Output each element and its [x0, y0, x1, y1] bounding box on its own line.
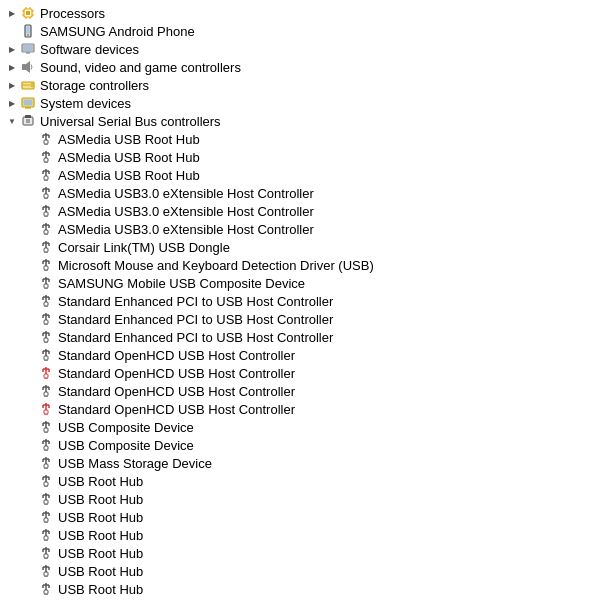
svg-rect-147: [44, 428, 48, 432]
svg-rect-17: [22, 64, 26, 70]
tree-item-usb-7[interactable]: Corsair Link(TM) USB Dongle: [0, 238, 604, 256]
usb-plug-icon: [38, 311, 54, 327]
tree-item-label: Standard OpenHCD USB Host Controller: [58, 348, 604, 363]
tree-item-usb-2[interactable]: ASMedia USB Root Hub: [0, 148, 604, 166]
tree-item-usb-1[interactable]: ASMedia USB Root Hub: [0, 130, 604, 148]
tree-item-samsung-phone[interactable]: SAMSUNG Android Phone: [0, 22, 604, 40]
tree-item-usb-controllers[interactable]: Universal Serial Bus controllers: [0, 112, 604, 130]
tree-item-label: Sound, video and game controllers: [40, 60, 604, 75]
svg-rect-56: [44, 194, 48, 198]
tree-item-usb-19[interactable]: USB Mass Storage Device: [0, 454, 604, 472]
tree-item-usb-26[interactable]: USB Root Hub: [0, 580, 604, 598]
svg-point-21: [31, 83, 33, 85]
usb-plug-icon: [38, 563, 54, 579]
svg-rect-70: [44, 230, 48, 234]
usb-plug-icon: [38, 401, 54, 417]
usb-plug-icon: [38, 437, 54, 453]
svg-rect-63: [44, 212, 48, 216]
expand-arrow[interactable]: [4, 41, 20, 57]
tree-item-software-devices[interactable]: Software devices: [0, 40, 604, 58]
usb-plug-icon: [38, 257, 54, 273]
usb-plug-icon: [38, 239, 54, 255]
tree-item-usb-18[interactable]: USB Composite Device: [0, 436, 604, 454]
svg-rect-24: [24, 100, 33, 106]
tree-item-sound[interactable]: Sound, video and game controllers: [0, 58, 604, 76]
tree-item-usb-21[interactable]: USB Root Hub: [0, 490, 604, 508]
tree-item-label: Software devices: [40, 42, 604, 57]
tree-item-label: USB Root Hub: [58, 528, 604, 543]
usb-plug-icon: [38, 473, 54, 489]
phone-icon: [20, 23, 36, 39]
tree-item-usb-22[interactable]: USB Root Hub: [0, 508, 604, 526]
tree-item-label: ASMedia USB Root Hub: [58, 168, 604, 183]
tree-item-usb-11[interactable]: Standard Enhanced PCI to USB Host Contro…: [0, 310, 604, 328]
usb-plug-icon: [38, 509, 54, 525]
tree-item-usb-17[interactable]: USB Composite Device: [0, 418, 604, 436]
tree-item-usb-14[interactable]: Standard OpenHCD USB Host Controller: [0, 364, 604, 382]
tree-item-usb-9[interactable]: SAMSUNG Mobile USB Composite Device: [0, 274, 604, 292]
expand-arrow[interactable]: [4, 95, 20, 111]
svg-rect-203: [44, 572, 48, 576]
tree-item-label: ASMedia USB Root Hub: [58, 150, 604, 165]
monitor-icon: [20, 41, 36, 57]
tree-item-label: Standard OpenHCD USB Host Controller: [58, 366, 604, 381]
usb-plug-icon: [38, 491, 54, 507]
usb-plug-icon: [38, 581, 54, 597]
tree-item-usb-23[interactable]: USB Root Hub: [0, 526, 604, 544]
tree-item-system[interactable]: System devices: [0, 94, 604, 112]
tree-item-label: ASMedia USB3.0 eXtensible Host Controlle…: [58, 186, 604, 201]
device-manager-tree[interactable]: Processors SAMSUNG Android Phone Softwar…: [0, 0, 604, 611]
tree-item-label: Standard OpenHCD USB Host Controller: [58, 384, 604, 399]
tree-item-usb-24[interactable]: USB Root Hub: [0, 544, 604, 562]
svg-rect-35: [44, 140, 48, 144]
usb-plug-icon: [38, 221, 54, 237]
svg-rect-133: [44, 392, 48, 396]
tree-item-label: Universal Serial Bus controllers: [40, 114, 604, 129]
usb-plug-icon: [38, 203, 54, 219]
storage-icon: [20, 77, 36, 93]
tree-item-usb-13[interactable]: Standard OpenHCD USB Host Controller: [0, 346, 604, 364]
tree-item-usb-6[interactable]: ASMedia USB3.0 eXtensible Host Controlle…: [0, 220, 604, 238]
usb-plug-icon: [38, 329, 54, 345]
tree-item-label: USB Root Hub: [58, 582, 604, 597]
tree-item-label: USB Root Hub: [58, 564, 604, 579]
tree-item-storage[interactable]: Storage controllers: [0, 76, 604, 94]
expand-arrow[interactable]: [4, 5, 20, 21]
tree-item-label: SAMSUNG Android Phone: [40, 24, 604, 39]
usb-plug-icon: [38, 527, 54, 543]
tree-item-usb-5[interactable]: ASMedia USB3.0 eXtensible Host Controlle…: [0, 202, 604, 220]
expand-arrow[interactable]: [4, 77, 20, 93]
tree-item-usb-10[interactable]: Standard Enhanced PCI to USB Host Contro…: [0, 292, 604, 310]
svg-rect-14: [23, 45, 33, 51]
svg-rect-27: [23, 117, 33, 125]
usb-plug-icon: [38, 545, 54, 561]
tree-item-usb-15[interactable]: Standard OpenHCD USB Host Controller: [0, 382, 604, 400]
svg-rect-84: [44, 266, 48, 270]
svg-rect-11: [27, 27, 30, 34]
tree-item-processors[interactable]: Processors: [0, 4, 604, 22]
svg-rect-49: [44, 176, 48, 180]
tree-item-label: Standard OpenHCD USB Host Controller: [58, 402, 604, 417]
usb-plug-icon: [38, 149, 54, 165]
tree-item-usb-4[interactable]: ASMedia USB3.0 eXtensible Host Controlle…: [0, 184, 604, 202]
tree-item-label: Storage controllers: [40, 78, 604, 93]
tree-item-usb-3[interactable]: ASMedia USB Root Hub: [0, 166, 604, 184]
tree-item-usb-12[interactable]: Standard Enhanced PCI to USB Host Contro…: [0, 328, 604, 346]
svg-rect-1: [26, 11, 30, 15]
svg-rect-105: [44, 320, 48, 324]
expand-arrow[interactable]: [4, 113, 20, 129]
tree-item-label: Standard Enhanced PCI to USB Host Contro…: [58, 330, 604, 345]
svg-rect-175: [44, 500, 48, 504]
tree-item-label: Standard Enhanced PCI to USB Host Contro…: [58, 294, 604, 309]
tree-item-usb-25[interactable]: USB Root Hub: [0, 562, 604, 580]
tree-item-label: Standard Enhanced PCI to USB Host Contro…: [58, 312, 604, 327]
svg-rect-42: [44, 158, 48, 162]
expand-arrow[interactable]: [4, 59, 20, 75]
usb-plug-icon: [38, 293, 54, 309]
usb-plug-icon: [38, 131, 54, 147]
tree-item-usb-8[interactable]: Microsoft Mouse and Keyboard Detection D…: [0, 256, 604, 274]
tree-item-label: ASMedia USB3.0 eXtensible Host Controlle…: [58, 204, 604, 219]
usb-plug-icon: [38, 365, 54, 381]
tree-item-usb-20[interactable]: USB Root Hub: [0, 472, 604, 490]
tree-item-usb-16[interactable]: Standard OpenHCD USB Host Controller: [0, 400, 604, 418]
